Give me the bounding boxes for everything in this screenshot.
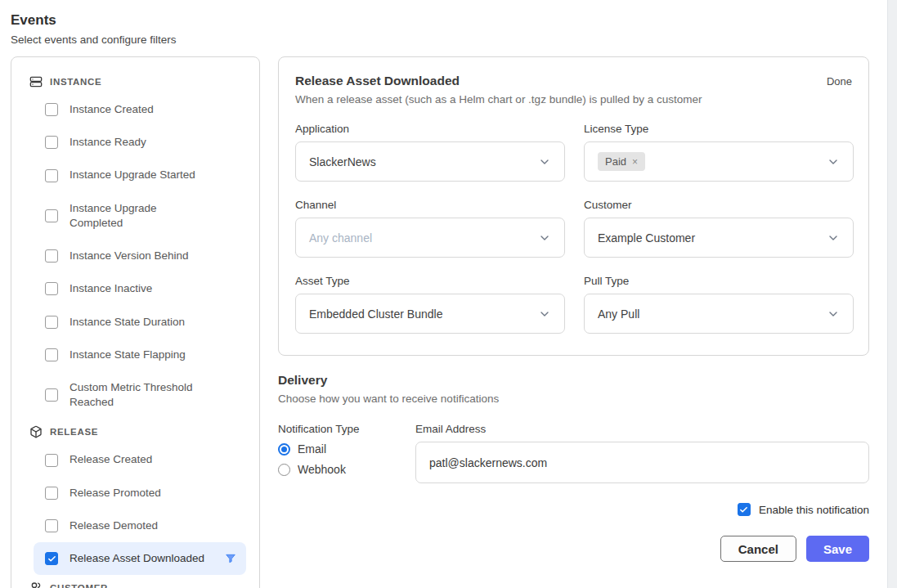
- save-button[interactable]: Save: [806, 536, 869, 562]
- checkbox-unchecked[interactable]: [45, 388, 58, 402]
- notification-type-group: Notification Type Email Webhook: [278, 423, 415, 483]
- enable-notification-checkbox[interactable]: [738, 503, 751, 516]
- event-item-instance-created[interactable]: Instance Created: [34, 93, 246, 126]
- pull-type-value: Any Pull: [598, 307, 827, 321]
- event-item-label: Instance Upgrade Completed: [70, 201, 200, 231]
- application-label: Application: [295, 123, 565, 135]
- channel-placeholder: Any channel: [309, 231, 538, 245]
- event-item-release-asset-downloaded[interactable]: Release Asset Downloaded: [34, 542, 246, 575]
- checkbox-unchecked[interactable]: [45, 249, 58, 263]
- event-item-label: Instance Ready: [70, 135, 146, 150]
- event-item-label: Release Asset Downloaded: [70, 551, 204, 566]
- radio-option-webhook[interactable]: Webhook: [278, 463, 415, 476]
- license-tag-paid: Paid×: [598, 152, 645, 171]
- event-item-instance-inactive[interactable]: Instance Inactive: [34, 272, 246, 305]
- checkbox-unchecked[interactable]: [45, 282, 58, 295]
- customer-field: Customer Example Customer: [584, 182, 854, 258]
- section-label-customer: CUSTOMER: [50, 583, 108, 588]
- customer-value: Example Customer: [598, 231, 827, 245]
- event-item-label: Instance State Duration: [70, 315, 185, 330]
- checkbox-unchecked[interactable]: [45, 454, 58, 467]
- email-address-label: Email Address: [415, 423, 869, 435]
- email-address-group: Email Address: [415, 423, 869, 483]
- event-list-panel: INSTANCE Instance Created Instance Ready…: [11, 56, 260, 588]
- cancel-button[interactable]: Cancel: [720, 536, 796, 562]
- server-icon: [29, 75, 43, 88]
- page-title: Events: [11, 12, 56, 29]
- event-item-release-promoted[interactable]: Release Promoted: [34, 477, 246, 509]
- pull-type-field: Pull Type Any Pull: [584, 258, 854, 334]
- asset-type-label: Asset Type: [295, 275, 565, 287]
- section-header-customer: CUSTOMER: [11, 581, 259, 588]
- application-value: SlackerNews: [309, 155, 538, 168]
- done-button[interactable]: Done: [827, 74, 852, 88]
- checkbox-unchecked[interactable]: [45, 519, 58, 532]
- chevron-down-icon: [827, 231, 840, 245]
- chevron-down-icon: [538, 307, 551, 321]
- checkbox-checked[interactable]: [45, 552, 58, 565]
- event-item-release-created[interactable]: Release Created: [34, 443, 246, 476]
- customer-select[interactable]: Example Customer: [584, 218, 854, 258]
- license-type-select[interactable]: Paid×: [584, 141, 854, 182]
- event-item-instance-upgrade-completed[interactable]: Instance Upgrade Completed: [34, 192, 246, 240]
- event-item-instance-state-duration[interactable]: Instance State Duration: [34, 306, 246, 339]
- section-label-release: RELEASE: [50, 427, 98, 437]
- package-icon: [29, 425, 43, 438]
- checkbox-unchecked[interactable]: [45, 103, 58, 116]
- delivery-title: Delivery: [278, 373, 869, 388]
- remove-tag-icon[interactable]: ×: [632, 156, 638, 168]
- chevron-down-icon: [827, 155, 840, 168]
- pull-type-select[interactable]: Any Pull: [584, 294, 854, 334]
- event-item-release-demoted[interactable]: Release Demoted: [34, 509, 246, 542]
- pull-type-label: Pull Type: [584, 275, 854, 287]
- radio-unselected-icon[interactable]: [278, 464, 290, 476]
- customer-label: Customer: [584, 199, 854, 211]
- event-item-custom-metric-threshold-reached[interactable]: Custom Metric Threshold Reached: [34, 371, 246, 419]
- license-tag-label: Paid: [605, 155, 626, 168]
- section-header-instance: INSTANCE: [11, 75, 259, 88]
- radio-option-email[interactable]: Email: [278, 442, 415, 456]
- enable-notification-label: Enable this notification: [759, 504, 869, 516]
- channel-label: Channel: [295, 199, 565, 211]
- event-item-instance-state-flapping[interactable]: Instance State Flapping: [34, 339, 246, 371]
- checkbox-unchecked[interactable]: [45, 487, 58, 500]
- event-item-label: Instance Upgrade Started: [70, 168, 195, 182]
- checkbox-unchecked[interactable]: [45, 348, 58, 361]
- event-item-label: Release Created: [70, 452, 152, 467]
- application-field: Application SlackerNews: [295, 105, 565, 182]
- event-item-instance-version-behind[interactable]: Instance Version Behind: [34, 240, 246, 272]
- event-item-label: Instance State Flapping: [70, 348, 186, 362]
- section-header-release: RELEASE: [11, 425, 259, 438]
- notification-type-label: Notification Type: [278, 423, 415, 435]
- enable-notification-row: Enable this notification: [278, 503, 869, 516]
- checkbox-unchecked[interactable]: [45, 316, 58, 329]
- check-icon: [47, 554, 56, 563]
- event-item-instance-ready[interactable]: Instance Ready: [34, 126, 246, 159]
- checkbox-unchecked[interactable]: [45, 136, 58, 149]
- application-select[interactable]: SlackerNews: [295, 141, 565, 182]
- filter-config-card: Release Asset Downloaded Done When a rel…: [278, 56, 869, 356]
- event-item-label: Instance Inactive: [70, 281, 152, 296]
- chevron-down-icon: [538, 155, 551, 168]
- asset-type-select[interactable]: Embedded Cluster Bundle: [295, 294, 565, 334]
- radio-label-email: Email: [298, 442, 326, 456]
- filter-funnel-icon[interactable]: [225, 553, 236, 564]
- radio-label-webhook: Webhook: [298, 463, 346, 476]
- main-content: Release Asset Downloaded Done When a rel…: [278, 56, 869, 562]
- event-item-label: Instance Version Behind: [70, 249, 189, 263]
- users-icon: [29, 581, 43, 588]
- chevron-down-icon: [538, 231, 551, 245]
- radio-selected-icon[interactable]: [278, 443, 290, 456]
- checkbox-unchecked[interactable]: [45, 169, 58, 182]
- channel-select[interactable]: Any channel: [295, 218, 565, 258]
- page-subtitle: Select events and configure filters: [11, 34, 177, 46]
- filter-card-title: Release Asset Downloaded: [295, 74, 460, 88]
- section-label-instance: INSTANCE: [50, 77, 101, 87]
- event-item-label: Release Promoted: [70, 486, 161, 500]
- license-type-field: License Type Paid×: [584, 105, 854, 182]
- event-item-label: Custom Metric Threshold Reached: [70, 380, 200, 410]
- email-address-input[interactable]: [415, 442, 869, 483]
- event-item-instance-upgrade-started[interactable]: Instance Upgrade Started: [34, 159, 246, 191]
- checkbox-unchecked[interactable]: [45, 209, 58, 222]
- vertical-scrollbar[interactable]: [887, 0, 897, 588]
